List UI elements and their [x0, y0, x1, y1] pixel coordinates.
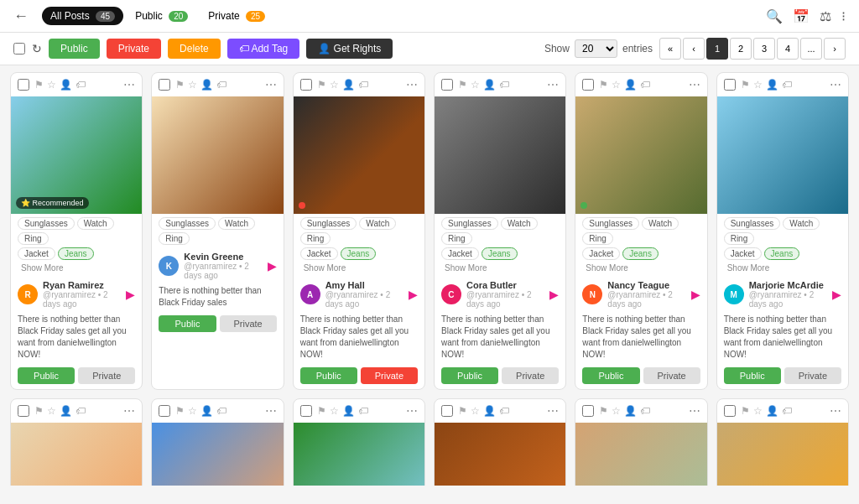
person-icon-b[interactable]: 👤 [200, 405, 213, 417]
refresh-button[interactable]: ↻ [32, 42, 42, 55]
person-icon[interactable]: 👤 [60, 79, 72, 91]
tag-icon[interactable]: 🏷 [782, 79, 792, 91]
card-checkbox-bottom[interactable] [300, 405, 312, 417]
tag-item[interactable]: Watch [218, 217, 255, 230]
tag-icon-b[interactable]: 🏷 [75, 405, 86, 417]
tag-item[interactable]: Jeans [341, 247, 377, 260]
filter-icon[interactable]: ⚖ [820, 8, 831, 24]
action-right-btn[interactable]: Private [784, 367, 841, 384]
star-icon[interactable]: ☆ [471, 79, 480, 91]
card-checkbox[interactable] [300, 79, 312, 91]
tag-item[interactable]: Watch [501, 217, 538, 230]
tag-item[interactable]: Watch [359, 217, 396, 230]
tag-item[interactable]: Jeans [622, 247, 659, 260]
tag-item[interactable]: Watch [77, 217, 114, 230]
bookmark-icon[interactable]: ⚑ [34, 79, 44, 91]
bookmark-icon[interactable]: ⚑ [317, 79, 326, 91]
person-icon[interactable]: 👤 [200, 79, 213, 91]
star-icon-b[interactable]: ☆ [471, 405, 480, 417]
page-first[interactable]: « [659, 38, 681, 60]
bookmark-icon-b[interactable]: ⚑ [599, 405, 608, 417]
public-button[interactable]: Public [49, 39, 100, 59]
private-button[interactable]: Private [107, 39, 161, 59]
tag-icon-b[interactable]: 🏷 [216, 405, 226, 417]
select-all-checkbox[interactable] [13, 43, 25, 55]
tab-all-posts[interactable]: All Posts 45 [42, 7, 123, 25]
tag-item[interactable]: Jacket [724, 247, 762, 260]
tag-item[interactable]: Jacket [582, 247, 620, 260]
card-more-button[interactable]: ⋯ [830, 78, 841, 91]
action-left-btn[interactable]: Public [441, 367, 498, 384]
show-more-tags[interactable]: Show More [300, 262, 350, 273]
bookmark-icon[interactable]: ⚑ [175, 79, 185, 91]
person-icon[interactable]: 👤 [766, 79, 778, 91]
tag-icon[interactable]: 🏷 [358, 79, 368, 91]
tag-item[interactable]: Ring [18, 232, 49, 245]
tag-item[interactable]: Jacket [300, 247, 338, 260]
tag-icon-b[interactable]: 🏷 [358, 405, 368, 417]
card-checkbox[interactable] [18, 79, 29, 91]
page-3[interactable]: 3 [753, 38, 775, 60]
action-left-btn[interactable]: Public [582, 367, 639, 384]
back-button[interactable]: ← [13, 8, 29, 25]
calendar-icon[interactable]: 📅 [793, 8, 810, 24]
person-icon-b[interactable]: 👤 [766, 405, 778, 417]
card-checkbox[interactable] [582, 79, 594, 91]
star-icon-b[interactable]: ☆ [612, 405, 621, 417]
tag-icon[interactable]: 🏷 [640, 79, 650, 91]
action-right-btn[interactable]: Private [643, 367, 700, 384]
card-checkbox-bottom[interactable] [724, 405, 736, 417]
show-more-tags[interactable]: Show More [441, 262, 491, 273]
bookmark-icon-b[interactable]: ⚑ [741, 405, 750, 417]
tab-private[interactable]: Private 25 [200, 7, 273, 25]
card-checkbox-bottom[interactable] [441, 405, 453, 417]
person-icon-b[interactable]: 👤 [624, 405, 637, 417]
card-more-button[interactable]: ⋯ [265, 78, 277, 91]
bookmark-icon[interactable]: ⚑ [741, 79, 750, 91]
tag-item[interactable]: Sunglasses [582, 217, 639, 230]
card-more-btn-bottom[interactable]: ⋯ [830, 404, 841, 418]
page-next[interactable]: › [824, 38, 846, 60]
search-icon[interactable]: 🔍 [766, 8, 783, 24]
get-rights-button[interactable]: 👤 Get Rights [306, 39, 393, 59]
card-more-btn-bottom[interactable]: ⋯ [406, 404, 418, 418]
bookmark-icon-b[interactable]: ⚑ [458, 405, 467, 417]
tag-item[interactable]: Sunglasses [18, 217, 75, 230]
card-more-button[interactable]: ⋯ [689, 78, 700, 91]
show-more-tags[interactable]: Show More [724, 262, 773, 273]
tag-item[interactable]: Watch [642, 217, 679, 230]
tag-item[interactable]: Jeans [482, 247, 518, 260]
card-checkbox-bottom[interactable] [582, 405, 594, 417]
action-left-btn[interactable]: Public [300, 367, 357, 384]
show-more-tags[interactable]: Show More [18, 262, 67, 273]
delete-button[interactable]: Delete [168, 39, 221, 59]
bookmark-icon-b[interactable]: ⚑ [34, 405, 44, 417]
action-right-btn[interactable]: Private [220, 315, 277, 332]
action-right-btn[interactable]: Private [502, 367, 559, 384]
tag-item[interactable]: Sunglasses [159, 217, 216, 230]
card-more-btn-bottom[interactable]: ⋯ [547, 404, 559, 418]
star-icon-b[interactable]: ☆ [330, 405, 339, 417]
bookmark-icon[interactable]: ⚑ [458, 79, 467, 91]
tag-item[interactable]: Ring [724, 232, 755, 245]
tag-icon[interactable]: 🏷 [499, 79, 509, 91]
card-checkbox[interactable] [441, 79, 453, 91]
person-icon-b[interactable]: 👤 [483, 405, 496, 417]
tag-item[interactable]: Jacket [441, 247, 479, 260]
tag-item[interactable]: Jeans [58, 247, 94, 260]
star-icon-b[interactable]: ☆ [47, 405, 56, 417]
tag-item[interactable]: Watch [783, 217, 820, 230]
tag-icon-b[interactable]: 🏷 [640, 405, 650, 417]
card-checkbox-bottom[interactable] [18, 405, 29, 417]
star-icon[interactable]: ☆ [188, 79, 197, 91]
page-2[interactable]: 2 [730, 38, 752, 60]
person-icon[interactable]: 👤 [483, 79, 496, 91]
show-more-tags[interactable]: Show More [582, 262, 632, 273]
person-icon-b[interactable]: 👤 [342, 405, 355, 417]
card-more-btn-bottom[interactable]: ⋯ [265, 404, 277, 418]
bookmark-icon[interactable]: ⚑ [599, 79, 608, 91]
card-checkbox-bottom[interactable] [159, 405, 170, 417]
card-more-button[interactable]: ⋯ [406, 78, 418, 91]
star-icon[interactable]: ☆ [753, 79, 763, 91]
bookmark-icon-b[interactable]: ⚑ [175, 405, 185, 417]
